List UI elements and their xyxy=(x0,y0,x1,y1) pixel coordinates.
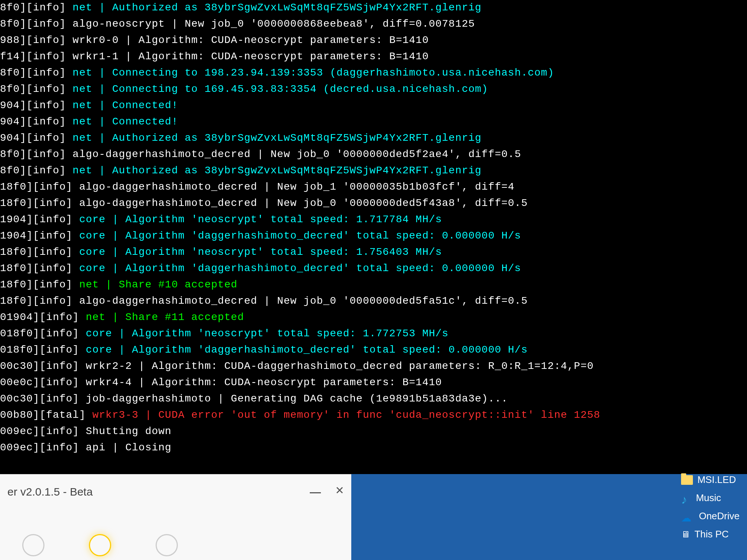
log-line: 009ec][info] api | Closing xyxy=(0,440,747,456)
close-button[interactable]: ✕ xyxy=(336,482,344,498)
log-prefix: 1904][info] xyxy=(0,214,79,225)
log-prefix: 00c30][info] xyxy=(0,360,86,372)
log-line: 018f0][info] core | Algorithm 'neoscrypt… xyxy=(0,326,747,341)
log-line: 904][info] net | Connected! xyxy=(0,98,747,113)
log-prefix: 8f0][info] xyxy=(0,83,73,95)
log-prefix: 8f0][info] xyxy=(0,67,73,79)
log-message: net | Connecting to 198.23.94.139:3353 (… xyxy=(73,67,554,79)
log-line: 904][info] net | Connected! xyxy=(0,114,747,130)
desktop-icon-onedrive[interactable]: ☁OneDrive xyxy=(681,510,740,522)
log-line: 1904][info] core | Algorithm 'neoscrypt'… xyxy=(0,212,747,227)
log-line: 01904][info] net | Share #11 accepted xyxy=(0,310,747,325)
log-message: algo-daggerhashimoto_decred | New job_0 … xyxy=(79,197,528,209)
log-message: net | Connected! xyxy=(73,116,178,127)
log-prefix: 018f0][info] xyxy=(0,328,86,339)
log-prefix: 009ec][info] xyxy=(0,442,86,453)
log-message: net | Share #11 accepted xyxy=(86,311,244,323)
status-circles xyxy=(22,534,178,556)
log-message: algo-daggerhashimoto_decred | New job_0 … xyxy=(73,149,521,160)
log-message: wrkr4-4 | Algorithm: CUDA-neoscrypt para… xyxy=(86,377,442,388)
log-line: f14][info] wrkr1-1 | Algorithm: CUDA-neo… xyxy=(0,49,747,64)
log-line: 8f0][info] net | Authorized as 38ybrSgwZ… xyxy=(0,163,747,179)
log-prefix: 8f0][info] xyxy=(0,18,73,30)
log-line: 8f0][info] net | Connecting to 169.45.93… xyxy=(0,81,747,97)
status-circle-1[interactable] xyxy=(22,534,44,556)
log-message: wrkr1-1 | Algorithm: CUDA-neoscrypt para… xyxy=(73,51,429,62)
miner-app-window[interactable]: er v2.0.1.5 - Beta ✕ xyxy=(0,474,351,560)
log-line: 18f0][info] core | Algorithm 'daggerhash… xyxy=(0,261,747,276)
terminal-output[interactable]: 8f0][info] net | Authorized as 38ybrSgwZ… xyxy=(0,0,747,474)
log-line: 00c30][info] wrkr2-2 | Algorithm: CUDA-d… xyxy=(0,359,747,374)
log-prefix: 8f0][info] xyxy=(0,2,73,13)
log-message: net | Authorized as 38ybrSgwZvxLwSqMt8qF… xyxy=(73,165,482,176)
log-line: 988][info] wrkr0-0 | Algorithm: CUDA-neo… xyxy=(0,33,747,48)
log-message: core | Algorithm 'daggerhashimoto_decred… xyxy=(79,263,521,274)
log-message: wrkr2-2 | Algorithm: CUDA-daggerhashimot… xyxy=(86,360,594,372)
log-prefix: 018f0][info] xyxy=(0,344,86,356)
log-prefix: 8f0][info] xyxy=(0,165,73,176)
log-message: algo-neoscrypt | New job_0 '0000000868ee… xyxy=(73,18,475,30)
log-message: wrkr3-3 | CUDA error 'out of memory' in … xyxy=(92,409,600,421)
log-prefix: 1904][info] xyxy=(0,230,79,241)
log-prefix: 988][info] xyxy=(0,34,73,46)
status-circle-3[interactable] xyxy=(156,534,178,556)
log-message: net | Connected! xyxy=(73,100,178,111)
log-line: 18f0][info] net | Share #10 accepted xyxy=(0,277,747,293)
desktop-icon-label: MSI.LED xyxy=(697,474,736,486)
log-prefix: 18f0][info] xyxy=(0,246,79,258)
log-message: core | Algorithm 'daggerhashimoto_decred… xyxy=(86,344,528,356)
log-prefix: 904][info] xyxy=(0,116,73,127)
log-message: core | Algorithm 'daggerhashimoto_decred… xyxy=(79,230,521,241)
desktop-icon-label: Music xyxy=(696,492,721,504)
log-line: 00b80][fatal] wrkr3-3 | CUDA error 'out … xyxy=(0,407,747,423)
log-prefix: 18f0][info] xyxy=(0,263,79,274)
log-line: 18f0][info] core | Algorithm 'neoscrypt'… xyxy=(0,244,747,260)
log-prefix: 18f0][info] xyxy=(0,279,79,290)
log-line: 8f0][info] algo-neoscrypt | New job_0 '0… xyxy=(0,16,747,32)
log-prefix: 00b80][fatal] xyxy=(0,409,92,421)
desktop-icon-music[interactable]: ♪Music xyxy=(681,492,740,504)
log-message: core | Algorithm 'neoscrypt' total speed… xyxy=(79,246,442,258)
desktop-icons-list: MSI.LED♪Music☁OneDrive🖥This PC xyxy=(681,474,740,540)
log-message: core | Algorithm 'neoscrypt' total speed… xyxy=(79,214,442,225)
log-prefix: 18f0][info] xyxy=(0,181,79,193)
log-message: job-daggerhashimoto | Generating DAG cac… xyxy=(86,393,508,404)
log-prefix: 904][info] xyxy=(0,132,73,144)
window-title: er v2.0.1.5 - Beta xyxy=(7,486,344,498)
desktop-background[interactable]: MSI.LED♪Music☁OneDrive🖥This PC xyxy=(351,474,747,560)
folder-icon xyxy=(681,475,693,485)
log-prefix: 00e0c][info] xyxy=(0,377,86,388)
desktop-icon-this-pc[interactable]: 🖥This PC xyxy=(681,529,740,540)
log-line: 18f0][info] algo-daggerhashimoto_decred … xyxy=(0,196,747,211)
log-line: 018f0][info] core | Algorithm 'daggerhas… xyxy=(0,342,747,358)
minimize-button[interactable] xyxy=(310,492,321,493)
log-line: 8f0][info] algo-daggerhashimoto_decred |… xyxy=(0,147,747,162)
log-message: wrkr0-0 | Algorithm: CUDA-neoscrypt para… xyxy=(73,34,429,46)
log-message: algo-daggerhashimoto_decred | New job_1 … xyxy=(79,181,515,193)
onedrive-icon: ☁ xyxy=(681,512,694,521)
log-prefix: 18f0][info] xyxy=(0,295,79,307)
log-message: net | Authorized as 38ybrSgwZvxLwSqMt8qF… xyxy=(73,132,482,144)
desktop-icon-label: This PC xyxy=(694,529,728,540)
log-message: net | Connecting to 169.45.93.83:3354 (d… xyxy=(73,83,488,95)
log-prefix: 8f0][info] xyxy=(0,149,73,160)
log-line: 009ec][info] Shutting down xyxy=(0,424,747,439)
log-prefix: f14][info] xyxy=(0,51,73,62)
log-line: 8f0][info] net | Authorized as 38ybrSgwZ… xyxy=(0,0,747,16)
log-message: algo-daggerhashimoto_decred | New job_0 … xyxy=(79,295,528,307)
music-icon: ♪ xyxy=(681,493,691,503)
desktop-area: er v2.0.1.5 - Beta ✕ MSI.LED♪Music☁OneDr… xyxy=(0,474,747,560)
log-message: api | Closing xyxy=(86,442,171,453)
log-prefix: 18f0][info] xyxy=(0,197,79,209)
log-message: net | Share #10 accepted xyxy=(79,279,238,290)
desktop-icon-msi-led[interactable]: MSI.LED xyxy=(681,474,740,486)
desktop-icon-label: OneDrive xyxy=(699,510,740,522)
log-line: 904][info] net | Authorized as 38ybrSgwZ… xyxy=(0,130,747,146)
status-circle-2-active[interactable] xyxy=(89,534,111,556)
log-message: core | Algorithm 'neoscrypt' total speed… xyxy=(86,328,448,339)
log-line: 00c30][info] job-daggerhashimoto | Gener… xyxy=(0,391,747,407)
pc-icon: 🖥 xyxy=(681,529,690,540)
log-line: 18f0][info] algo-daggerhashimoto_decred … xyxy=(0,179,747,195)
log-prefix: 00c30][info] xyxy=(0,393,86,404)
log-line: 18f0][info] algo-daggerhashimoto_decred … xyxy=(0,293,747,309)
